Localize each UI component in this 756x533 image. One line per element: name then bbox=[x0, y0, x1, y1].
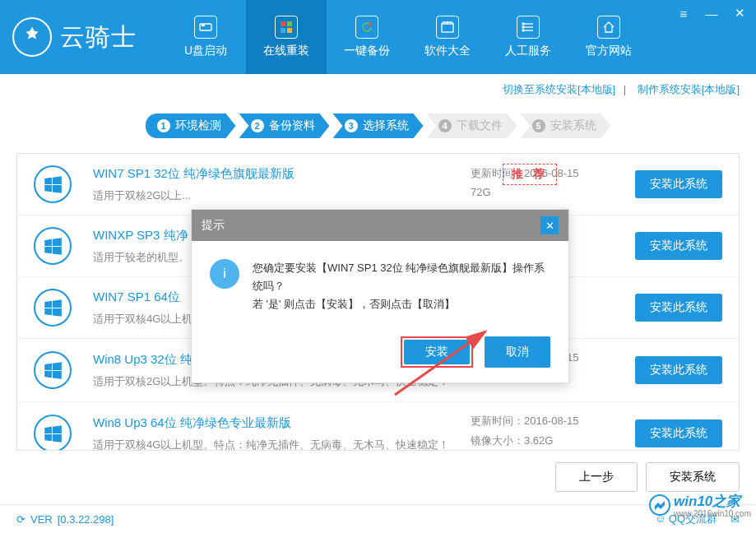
modal-text: 您确定要安装【WIN7 SP1 32位 纯净绿色旗舰最新版】操作系统吗？ 若 '… bbox=[253, 259, 550, 313]
modal-body: i 您确定要安装【WIN7 SP1 32位 纯净绿色旗舰最新版】操作系统吗？ 若… bbox=[192, 241, 568, 328]
watermark-icon bbox=[649, 494, 670, 516]
modal-title: 提示 bbox=[202, 218, 225, 233]
info-icon: i bbox=[210, 259, 239, 289]
confirm-install-button[interactable]: 安装 bbox=[404, 340, 470, 364]
confirm-modal: 提示 ✕ i 您确定要安装【WIN7 SP1 32位 纯净绿色旗舰最新版】操作系… bbox=[191, 209, 569, 383]
modal-close-button[interactable]: ✕ bbox=[540, 216, 559, 234]
modal-overlay: 提示 ✕ i 您确定要安装【WIN7 SP1 32位 纯净绿色旗舰最新版】操作系… bbox=[0, 0, 756, 533]
modal-footer: 安装 取消 bbox=[192, 328, 568, 382]
modal-header: 提示 ✕ bbox=[192, 210, 568, 241]
highlight-box: 安装 bbox=[401, 336, 473, 368]
watermark: win10之家 www.2016win10.com bbox=[649, 492, 751, 518]
cancel-button[interactable]: 取消 bbox=[485, 336, 550, 368]
